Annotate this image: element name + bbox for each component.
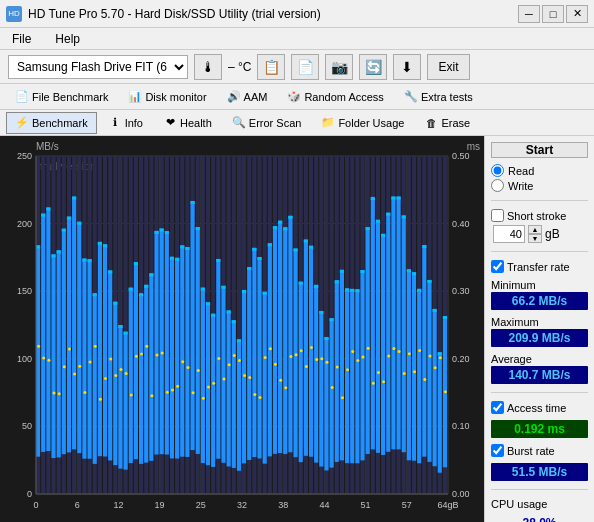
title-bar-left: HD HD Tune Pro 5.70 - Hard Disk/SSD Util… xyxy=(6,6,321,22)
error-scan-icon: 🔍 xyxy=(232,116,246,130)
start-button[interactable]: Start xyxy=(491,142,588,158)
tab-benchmark[interactable]: ⚡ Benchmark xyxy=(6,112,97,134)
title-bar: HD HD Tune Pro 5.70 - Hard Disk/SSD Util… xyxy=(0,0,594,28)
minimum-value: 66.2 MB/s xyxy=(491,292,588,310)
app-icon: HD xyxy=(6,6,22,22)
func-tabs-row1: 📄 File Benchmark 📊 Disk monitor 🔊 AAM 🎲 … xyxy=(0,84,594,110)
tab-extra-tests[interactable]: 🔧 Extra tests xyxy=(395,86,482,108)
toolbar: Samsung Flash Drive FIT (64 gB) 🌡 – °C 📋… xyxy=(0,50,594,84)
aam-icon: 🔊 xyxy=(227,90,241,104)
divider-1 xyxy=(491,200,588,201)
close-button[interactable]: ✕ xyxy=(566,5,588,23)
tab-random-access[interactable]: 🎲 Random Access xyxy=(278,86,392,108)
func-tabs-row2: ⚡ Benchmark ℹ Info ❤ Health 🔍 Error Scan… xyxy=(0,110,594,136)
short-stroke-check[interactable]: Short stroke xyxy=(491,209,588,222)
device-select[interactable]: Samsung Flash Drive FIT (64 gB) xyxy=(8,55,188,79)
average-stat: Average 140.7 MB/s xyxy=(491,353,588,384)
average-label: Average xyxy=(491,353,588,365)
divider-2 xyxy=(491,251,588,252)
cpu-usage-label: CPU usage xyxy=(491,498,588,510)
title-text: HD Tune Pro 5.70 - Hard Disk/SSD Utility… xyxy=(28,7,321,21)
menu-help[interactable]: Help xyxy=(51,30,84,48)
divider-3 xyxy=(491,392,588,393)
spin-buttons: ▲ ▼ xyxy=(528,225,542,243)
health-icon: ❤ xyxy=(163,116,177,130)
download-icon[interactable]: ⬇ xyxy=(393,54,421,80)
short-stroke-spin: ▲ ▼ gB xyxy=(493,225,588,243)
burst-rate-value: 51.5 MB/s xyxy=(491,463,588,481)
burst-rate-check[interactable]: Burst rate xyxy=(491,444,588,457)
disk-monitor-icon: 📊 xyxy=(128,90,142,104)
chart-area xyxy=(0,136,484,522)
write-radio[interactable]: Write xyxy=(491,179,588,192)
menu-bar: File Help xyxy=(0,28,594,50)
read-write-group: Read Write xyxy=(491,164,588,192)
copy-icon[interactable]: 📋 xyxy=(257,54,285,80)
options-group: Short stroke ▲ ▼ gB xyxy=(491,209,588,243)
info-icon: ℹ xyxy=(108,116,122,130)
tab-aam[interactable]: 🔊 AAM xyxy=(218,86,277,108)
main-content: Start Read Write Short stroke ▲ ▼ xyxy=(0,136,594,522)
stats-group: Transfer rate xyxy=(491,260,588,273)
file-benchmark-icon: 📄 xyxy=(15,90,29,104)
spin-down[interactable]: ▼ xyxy=(528,234,542,243)
maximum-stat: Maximum 209.9 MB/s xyxy=(491,316,588,347)
window-controls[interactable]: ─ □ ✕ xyxy=(518,5,588,23)
tab-disk-monitor[interactable]: 📊 Disk monitor xyxy=(119,86,215,108)
temperature-label: – °C xyxy=(228,60,251,74)
tab-folder-usage[interactable]: 📁 Folder Usage xyxy=(312,112,413,134)
benchmark-icon: ⚡ xyxy=(15,116,29,130)
minimum-stat: Minimum 66.2 MB/s xyxy=(491,279,588,310)
random-access-icon: 🎲 xyxy=(287,90,301,104)
tab-file-benchmark[interactable]: 📄 File Benchmark xyxy=(6,86,117,108)
extra-tests-icon: 🔧 xyxy=(404,90,418,104)
access-time-check[interactable]: Access time xyxy=(491,401,588,414)
erase-icon: 🗑 xyxy=(424,116,438,130)
read-radio[interactable]: Read xyxy=(491,164,588,177)
divider-4 xyxy=(491,489,588,490)
camera-icon[interactable]: 📷 xyxy=(325,54,353,80)
folder-usage-icon: 📁 xyxy=(321,116,335,130)
maximize-button[interactable]: □ xyxy=(542,5,564,23)
maximum-label: Maximum xyxy=(491,316,588,328)
tab-error-scan[interactable]: 🔍 Error Scan xyxy=(223,112,311,134)
minimize-button[interactable]: ─ xyxy=(518,5,540,23)
gb-label: gB xyxy=(545,227,560,241)
tab-info[interactable]: ℹ Info xyxy=(99,112,152,134)
benchmark-chart xyxy=(0,136,484,522)
tab-health[interactable]: ❤ Health xyxy=(154,112,221,134)
short-stroke-input[interactable] xyxy=(493,225,525,243)
maximum-value: 209.9 MB/s xyxy=(491,329,588,347)
minimum-label: Minimum xyxy=(491,279,588,291)
cpu-usage-value: 28.0% xyxy=(491,516,588,522)
exit-button[interactable]: Exit xyxy=(427,54,469,80)
refresh-icon[interactable]: 🔄 xyxy=(359,54,387,80)
list-icon[interactable]: 📄 xyxy=(291,54,319,80)
menu-file[interactable]: File xyxy=(8,30,35,48)
access-time-value: 0.192 ms xyxy=(491,420,588,438)
tab-erase[interactable]: 🗑 Erase xyxy=(415,112,479,134)
average-value: 140.7 MB/s xyxy=(491,366,588,384)
thermometer-icon[interactable]: 🌡 xyxy=(194,54,222,80)
right-panel: Start Read Write Short stroke ▲ ▼ xyxy=(484,136,594,522)
transfer-rate-check[interactable]: Transfer rate xyxy=(491,260,588,273)
spin-up[interactable]: ▲ xyxy=(528,225,542,234)
